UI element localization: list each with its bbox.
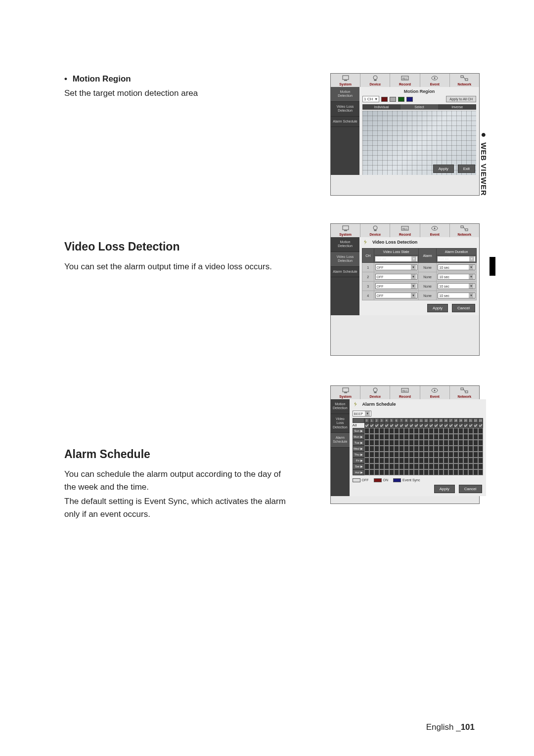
schedule-cell[interactable] (404, 452, 409, 458)
schedule-cell[interactable] (409, 440, 414, 446)
nav-tab-device[interactable]: Device (360, 224, 390, 237)
day-label[interactable]: Sun ▶ (353, 428, 364, 434)
day-label[interactable]: Tue ▶ (353, 440, 364, 446)
schedule-cell[interactable] (424, 469, 429, 475)
schedule-cell[interactable] (439, 463, 444, 469)
schedule-cell[interactable] (389, 458, 394, 463)
schedule-cell[interactable] (364, 446, 369, 452)
schedule-cell[interactable] (478, 469, 483, 475)
schedule-cell[interactable] (463, 434, 468, 440)
schedule-cell[interactable] (439, 428, 444, 434)
all-hour-toggle[interactable] (364, 423, 369, 428)
nav-tab-event[interactable]: Event (420, 386, 450, 399)
nav-tab-system[interactable]: System (331, 386, 360, 399)
schedule-cell[interactable] (468, 434, 473, 440)
schedule-cell[interactable] (409, 434, 414, 440)
schedule-cell[interactable] (458, 463, 463, 469)
nav-tab-event[interactable]: Event (420, 224, 450, 237)
schedule-cell[interactable] (444, 446, 448, 452)
schedule-cell[interactable] (369, 463, 374, 469)
schedule-cell[interactable] (473, 469, 478, 475)
schedule-cell[interactable] (478, 434, 483, 440)
schedule-cell[interactable] (448, 452, 453, 458)
schedule-cell[interactable] (384, 452, 389, 458)
schedule-cell[interactable] (364, 469, 369, 475)
duration-select[interactable]: 10 sec▼ (438, 293, 475, 298)
schedule-cell[interactable] (434, 463, 439, 469)
schedule-cell[interactable] (384, 458, 389, 463)
set-all-duration-select[interactable]: Set All▼ (437, 256, 476, 262)
schedule-cell[interactable] (389, 434, 394, 440)
day-label[interactable]: Mon ▶ (353, 434, 364, 440)
day-label[interactable]: Thu ▶ (353, 452, 364, 458)
schedule-cell[interactable] (424, 440, 429, 446)
schedule-cell[interactable] (369, 434, 374, 440)
schedule-cell[interactable] (399, 428, 404, 434)
sidebar-item-video-loss[interactable]: Video Loss Detection (331, 252, 359, 267)
day-label[interactable]: Hol ▶ (353, 469, 364, 475)
schedule-cell[interactable] (473, 428, 478, 434)
all-hour-toggle[interactable] (374, 423, 379, 428)
schedule-cell[interactable] (453, 440, 458, 446)
schedule-cell[interactable] (384, 469, 389, 475)
all-hour-toggle[interactable] (404, 423, 409, 428)
schedule-cell[interactable] (473, 452, 478, 458)
duration-select[interactable]: 10 sec▼ (438, 264, 475, 270)
schedule-cell[interactable] (379, 446, 384, 452)
schedule-cell[interactable] (458, 452, 463, 458)
all-hour-toggle[interactable] (473, 423, 478, 428)
schedule-cell[interactable] (444, 458, 448, 463)
schedule-cell[interactable] (478, 458, 483, 463)
nav-tab-record[interactable]: RECRecord (390, 224, 420, 237)
schedule-cell[interactable] (424, 458, 429, 463)
schedule-cell[interactable] (448, 428, 453, 434)
schedule-cell[interactable] (369, 440, 374, 446)
schedule-cell[interactable] (389, 428, 394, 434)
schedule-cell[interactable] (379, 440, 384, 446)
schedule-cell[interactable] (468, 446, 473, 452)
schedule-cell[interactable] (453, 458, 458, 463)
schedule-cell[interactable] (453, 446, 458, 452)
schedule-cell[interactable] (399, 434, 404, 440)
schedule-cell[interactable] (444, 452, 448, 458)
schedule-cell[interactable] (384, 463, 389, 469)
schedule-cell[interactable] (434, 458, 439, 463)
schedule-cell[interactable] (468, 428, 473, 434)
schedule-cell[interactable] (439, 469, 444, 475)
state-select[interactable]: OFF▼ (375, 293, 417, 298)
schedule-cell[interactable] (404, 434, 409, 440)
apply-to-all-button[interactable]: Apply to All CH (446, 96, 476, 102)
schedule-cell[interactable] (409, 463, 414, 469)
schedule-cell[interactable] (478, 463, 483, 469)
schedule-cell[interactable] (414, 434, 419, 440)
schedule-cell[interactable] (458, 446, 463, 452)
all-hour-toggle[interactable] (394, 423, 399, 428)
schedule-cell[interactable] (468, 458, 473, 463)
day-label[interactable]: Wed ▶ (353, 446, 364, 452)
color-swatch-grey[interactable] (390, 97, 396, 102)
nav-tab-network[interactable]: Network (450, 74, 479, 87)
schedule-cell[interactable] (458, 458, 463, 463)
schedule-cell[interactable] (369, 452, 374, 458)
schedule-cell[interactable] (404, 446, 409, 452)
schedule-cell[interactable] (379, 463, 384, 469)
all-hour-toggle[interactable] (439, 423, 444, 428)
schedule-cell[interactable] (379, 434, 384, 440)
schedule-cell[interactable] (399, 440, 404, 446)
schedule-cell[interactable] (364, 440, 369, 446)
schedule-cell[interactable] (473, 434, 478, 440)
schedule-cell[interactable] (463, 463, 468, 469)
schedule-cell[interactable] (379, 458, 384, 463)
schedule-cell[interactable] (424, 434, 429, 440)
day-label[interactable]: Sat ▶ (353, 463, 364, 469)
schedule-cell[interactable] (404, 428, 409, 434)
schedule-cell[interactable] (399, 458, 404, 463)
schedule-cell[interactable] (394, 458, 399, 463)
all-hour-toggle[interactable] (429, 423, 434, 428)
schedule-cell[interactable] (369, 446, 374, 452)
schedule-cell[interactable] (468, 452, 473, 458)
schedule-cell[interactable] (409, 452, 414, 458)
schedule-cell[interactable] (439, 440, 444, 446)
schedule-cell[interactable] (419, 463, 424, 469)
schedule-cell[interactable] (453, 434, 458, 440)
